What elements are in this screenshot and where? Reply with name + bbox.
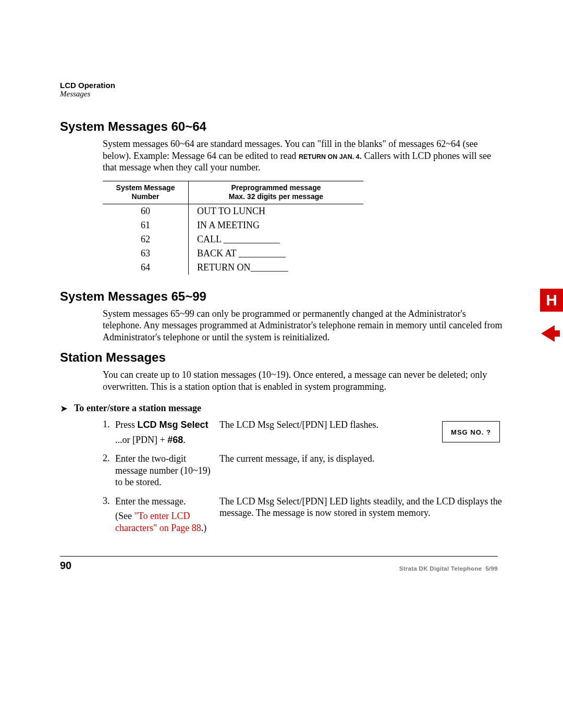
table-header-number: System Message Number	[103, 181, 189, 204]
page-number: 90	[60, 560, 71, 572]
lcd-text: MSG NO. ?	[451, 428, 491, 436]
text: The LCD Msg Select/[PDN] LED flashes.	[219, 419, 378, 430]
cell-message: IN A MEETING	[189, 218, 363, 232]
cell-number: 61	[103, 218, 189, 232]
heading-system-messages-65-99: System Messages 65~99	[60, 289, 503, 304]
procedure-title-row: ➤ To enter/store a station message	[60, 403, 503, 414]
step-number: 3.	[103, 496, 115, 507]
procedure-title: To enter/store a station message	[74, 403, 201, 414]
footer-doc-title: Strata DK Digital Telephone	[399, 565, 482, 572]
cell-number: 60	[103, 204, 189, 218]
table-row: 62 CALL ____________	[103, 232, 503, 246]
table-row: 61 IN A MEETING	[103, 218, 503, 232]
step-row: 1. Press LCD Msg Select ...or [PDN] + #6…	[103, 419, 503, 446]
key-label: LCD Msg Select	[138, 419, 209, 430]
previous-page-arrow-icon[interactable]	[540, 323, 561, 344]
thumb-index-tab: H	[540, 289, 563, 312]
message-table: System Message Number Preprogrammed mess…	[103, 181, 503, 275]
step-number: 1.	[103, 419, 115, 430]
step-action: Enter the message. (See "To enter LCD ch…	[115, 496, 219, 534]
thumb-index-letter: H	[546, 291, 557, 309]
cell-message: CALL ____________	[189, 232, 363, 246]
cell-message: OUT TO LUNCH	[189, 204, 363, 218]
footer-doc-info: Strata DK Digital Telephone 5/99	[399, 565, 498, 572]
text: Enter the message.	[115, 496, 213, 508]
cell-number: 62	[103, 232, 189, 246]
table-row: 63 BACK AT __________	[103, 246, 503, 261]
text: .)	[201, 523, 207, 533]
heading-system-messages-60-64: System Messages 60~64	[60, 119, 503, 134]
table-header-message: Preprogrammed message Max. 32 digits per…	[189, 181, 363, 204]
lcd-display-box: MSG NO. ?	[442, 421, 500, 442]
key-label: #68	[167, 435, 183, 445]
paragraph-sm-65-99: System messages 65~99 can only be progra…	[103, 308, 503, 343]
cell-number: 64	[103, 261, 189, 275]
procedure-steps: 1. Press LCD Msg Select ...or [PDN] + #6…	[103, 419, 503, 534]
paragraph-station-messages: You can create up to 10 station messages…	[103, 369, 503, 392]
cell-message: RETURN ON________	[189, 261, 363, 275]
running-header-section: Messages	[60, 90, 503, 98]
inline-bold: RETURN ON JAN. 4	[299, 153, 360, 161]
text: System Message	[116, 183, 175, 192]
running-header-chapter: LCD Operation	[60, 81, 503, 90]
table-row: 60 OUT TO LUNCH	[103, 204, 503, 218]
paragraph-sm-60-64: System messages 60~64 are standard messa…	[103, 138, 503, 174]
text: Press	[115, 419, 138, 430]
text: Max. 32 digits per message	[229, 192, 323, 201]
heading-station-messages: Station Messages	[60, 350, 503, 365]
text: (See	[115, 511, 134, 521]
page: LCD Operation Messages System Messages 6…	[0, 0, 563, 728]
cell-message: BACK AT __________	[189, 246, 363, 261]
text: .	[183, 435, 186, 445]
footer-date: 5/99	[485, 565, 498, 572]
table-header-row: System Message Number Preprogrammed mess…	[103, 181, 503, 204]
text: ...or [PDN] +	[115, 435, 167, 445]
table-row: 64 RETURN ON________	[103, 261, 503, 275]
right-pointer-icon: ➤	[60, 404, 68, 413]
text: Number	[132, 192, 160, 201]
step-result: The current message, if any, is displaye…	[219, 453, 503, 465]
step-number: 2.	[103, 453, 115, 464]
svg-marker-0	[541, 325, 560, 342]
content-area: LCD Operation Messages System Messages 6…	[60, 81, 503, 541]
step-action: Press LCD Msg Select ...or [PDN] + #68.	[115, 419, 219, 446]
page-footer: 90 Strata DK Digital Telephone 5/99	[60, 556, 498, 572]
step-row: 2. Enter the two-digit message number (1…	[103, 453, 503, 488]
cell-number: 63	[103, 246, 189, 261]
step-action: Enter the two-digit message number (10~1…	[115, 453, 219, 488]
step-result: The LCD Msg Select/[PDN] LED lights stea…	[219, 496, 503, 519]
text: Preprogrammed message	[231, 183, 321, 192]
step-row: 3. Enter the message. (See "To enter LCD…	[103, 496, 503, 534]
step-result: The LCD Msg Select/[PDN] LED flashes. MS…	[219, 419, 503, 431]
